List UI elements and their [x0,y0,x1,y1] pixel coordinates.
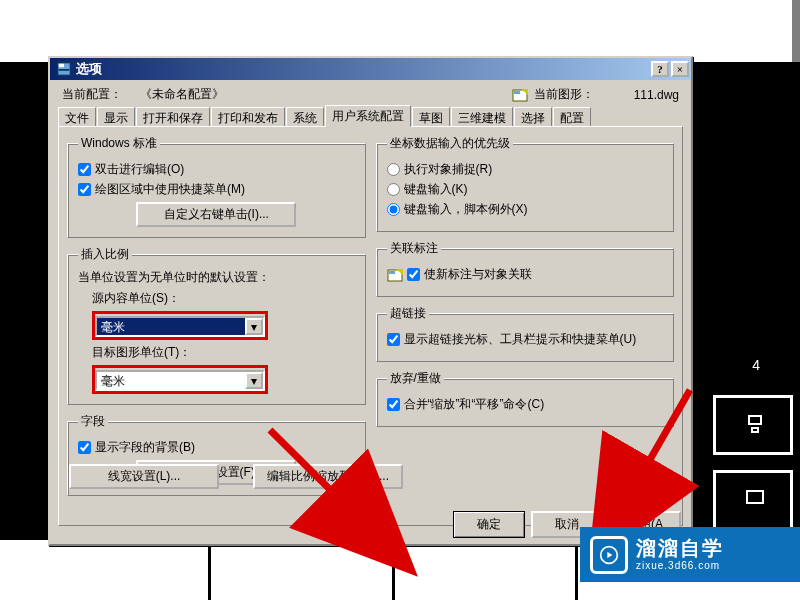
src-unit-highlight: 毫米 ▾ [92,311,268,340]
legend-undo: 放弃/重做 [387,370,444,387]
tgt-unit-value: 毫米 [97,372,245,389]
chevron-down-icon[interactable]: ▾ [245,372,263,389]
close-button[interactable]: × [671,61,689,77]
lbl-dblclick-edit: 双击进行编辑(O) [95,161,184,178]
tab-system[interactable]: 系统 [286,107,324,127]
group-associative-dim: 关联标注 使新标注与对象关联 [376,240,675,297]
app-icon [56,61,72,77]
lbl-keyboard-noscript: 键盘输入，脚本例外(X) [404,201,528,218]
drawing-bullet-icon [387,267,403,283]
cb-combine-zoom-pan[interactable] [387,398,400,411]
group-insert-scale: 插入比例 当单位设置为无单位时的默认设置： 源内容单位(S)： 毫米 ▾ 目标图… [67,246,366,405]
legend-dim: 关联标注 [387,240,441,257]
group-coord-priority: 坐标数据输入的优先级 执行对象捕捉(R) 键盘输入(K) 键盘输入，脚本例外(X… [376,135,675,232]
legend-hlink: 超链接 [387,305,429,322]
right-number: 4 [752,357,760,373]
lbl-assoc-dim: 使新标注与对象关联 [424,266,532,283]
radio-osnap[interactable] [387,163,400,176]
tab-profiles[interactable]: 配置 [553,107,591,127]
svg-marker-13 [607,551,612,558]
cb-dblclick-edit[interactable] [78,163,91,176]
btn-scalelist[interactable]: 编辑比例缩放列表(E)... [253,464,403,489]
lbl-hyperlink: 显示超链接光标、工具栏提示和快捷菜单(U) [404,331,637,348]
radio-keyboard[interactable] [387,183,400,196]
brand-watermark: 溜溜自学 zixue.3d66.com [580,527,800,582]
btn-lineweight[interactable]: 线宽设置(L)... [69,464,219,489]
tabs: 文件 显示 打开和保存 打印和发布 系统 用户系统配置 草图 三维建模 选择 配… [50,105,691,127]
current-drawing-label: 当前图形： [534,86,594,103]
tgt-unit-combo[interactable]: 毫米 ▾ [95,370,265,391]
lbl-keyboard: 键盘输入(K) [404,181,468,198]
cb-shortcut-menu[interactable] [78,183,91,196]
tab-file[interactable]: 文件 [58,107,96,127]
tab-draft[interactable]: 草图 [412,107,450,127]
legend-field: 字段 [78,413,108,430]
svg-rect-2 [59,69,70,71]
tab-display[interactable]: 显示 [97,107,135,127]
legend-insert: 插入比例 [78,246,132,263]
titlebar-text: 选项 [76,60,649,78]
insert-desc: 当单位设置为无单位时的默认设置： [78,269,355,286]
current-config-label: 当前配置： [62,86,122,103]
src-unit-label: 源内容单位(S)： [92,290,355,307]
svg-rect-7 [389,271,395,274]
lbl-osnap: 执行对象捕捉(R) [404,161,493,178]
drawing-icon [512,87,528,103]
lbl-combine-zoom-pan: 合并“缩放”和“平移”命令(C) [404,396,545,413]
group-windows-standard: Windows 标准 双击进行编辑(O) 绘图区域中使用快捷菜单(M) 自定义右… [67,135,366,238]
group-hyperlink: 超链接 显示超链接光标、工具栏提示和快捷菜单(U) [376,305,675,362]
brand-name: 溜溜自学 [636,538,724,558]
legend-winstd: Windows 标准 [78,135,160,152]
tgt-unit-label: 目标图形单位(T)： [92,344,355,361]
svg-rect-1 [59,64,64,68]
ok-button[interactable]: 确定 [453,511,525,538]
cb-field-bg[interactable] [78,441,91,454]
titlebar: 选项 ? × [50,58,691,80]
tab-print[interactable]: 打印和发布 [211,107,285,127]
current-config-value: 《未命名配置》 [140,86,224,103]
cb-assoc-dim[interactable] [407,268,420,281]
lbl-field-bg: 显示字段的背景(B) [95,439,195,456]
tab-3d[interactable]: 三维建模 [451,107,513,127]
cb-hyperlink[interactable] [387,333,400,346]
play-icon [590,536,628,574]
src-unit-combo[interactable]: 毫米 ▾ [95,316,265,337]
tgt-unit-highlight: 毫米 ▾ [92,365,268,394]
group-undo-redo: 放弃/重做 合并“缩放”和“平移”命令(C) [376,370,675,427]
options-dialog: 选项 ? × 当前配置： 《未命名配置》 当前图形： 111.dwg 文件 显示… [48,56,693,546]
legend-priority: 坐标数据输入的优先级 [387,135,513,152]
tab-panel: Windows 标准 双击进行编辑(O) 绘图区域中使用快捷菜单(M) 自定义右… [58,126,683,526]
radio-keyboard-noscript[interactable] [387,203,400,216]
chevron-down-icon[interactable]: ▾ [245,318,263,335]
tab-select[interactable]: 选择 [514,107,552,127]
btn-custom-rightclick[interactable]: 自定义右键单击(I)... [136,202,296,227]
tab-open-save[interactable]: 打开和保存 [136,107,210,127]
current-drawing-value: 111.dwg [634,88,679,102]
lbl-shortcut-menu: 绘图区域中使用快捷菜单(M) [95,181,245,198]
help-button[interactable]: ? [651,61,669,77]
tab-user-config[interactable]: 用户系统配置 [325,105,411,127]
brand-url: zixue.3d66.com [636,560,724,571]
src-unit-value: 毫米 [97,318,245,335]
svg-rect-4 [514,91,520,94]
